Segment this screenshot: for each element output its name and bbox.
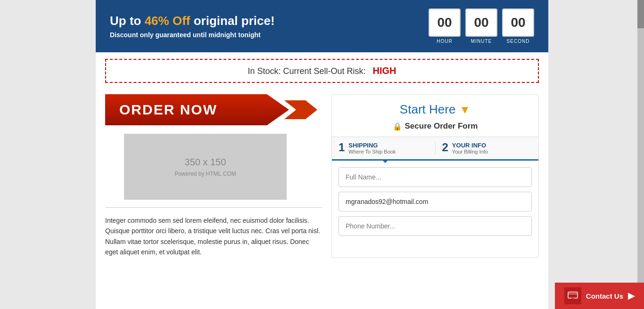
countdown-minutes: 00 MINUTE [465, 8, 497, 44]
start-here-text: Start Here [400, 102, 456, 117]
order-now-button[interactable]: ORDER NOW [105, 94, 289, 125]
headline-suffix: original price! [190, 14, 274, 28]
svg-marker-3 [571, 298, 575, 300]
step-1-info: SHIPPING Where To Ship Book [348, 142, 396, 154]
step-1-title: SHIPPING [348, 142, 396, 149]
hour-label: HOUR [437, 39, 452, 44]
order-form: Start Here ▼ 🔒 Secure Order Form 1 SHIPP… [331, 94, 539, 258]
left-column: ORDER NOW 350 x 150 Powered by HTML.COM … [105, 94, 322, 258]
risk-level: HIGH [373, 65, 396, 76]
order-arrow-icon [284, 96, 317, 124]
minute-label: MINUTE [471, 39, 492, 44]
step-1: 1 SHIPPING Where To Ship Book [339, 142, 429, 154]
banner-text: Up to 46% Off original price! Discount o… [110, 14, 275, 39]
scrollbar[interactable]: ▼ [637, 0, 644, 309]
headline-prefix: Up to [110, 14, 145, 28]
banner-headline: Up to 46% Off original price! [110, 14, 275, 28]
step-1-subtitle: Where To Ship Book [348, 149, 396, 154]
content-divider [105, 207, 322, 208]
phone-input[interactable] [339, 216, 532, 236]
banner-subtext: Discount only guaranteed until midnight … [110, 31, 275, 39]
image-credit: Powered by HTML.COM [174, 171, 236, 177]
main-wrapper: Up to 46% Off original price! Discount o… [96, 0, 548, 309]
step-indicator [381, 159, 389, 163]
svg-rect-1 [568, 292, 578, 298]
second-box: 00 [502, 8, 534, 37]
stock-text-prefix: In Stock: Current Sell-Out Risk: [248, 66, 365, 76]
step-divider [435, 142, 436, 154]
body-text: Integer commodo sem sed lorem eleifend, … [105, 215, 322, 258]
chat-icon [568, 292, 578, 300]
step-2: 2 YOUR INFO Your Billing Info [442, 142, 532, 154]
step-1-number: 1 [339, 142, 345, 153]
steps-row: 1 SHIPPING Where To Ship Book 2 YOUR INF… [332, 137, 538, 161]
email-input[interactable] [339, 192, 532, 211]
contact-us-bar[interactable]: Contact Us ▶ [555, 283, 644, 309]
minute-box: 00 [465, 8, 497, 37]
second-label: SECOND [507, 39, 530, 44]
image-dimensions: 350 x 150 [185, 157, 226, 168]
stock-alert: In Stock: Current Sell-Out Risk: HIGH [105, 59, 539, 83]
contact-us-label: Contact Us [586, 292, 623, 300]
secure-form-title: 🔒 Secure Order Form [332, 122, 538, 137]
start-here-heading: Start Here ▼ [332, 95, 538, 122]
contact-icon-box [564, 287, 581, 304]
step-2-info: YOUR INFO Your Billing Info [452, 142, 488, 154]
form-fields [332, 167, 538, 241]
countdown-timer: 00 HOUR 00 MINUTE 00 SECOND [429, 8, 534, 44]
down-arrow-icon: ▼ [459, 103, 471, 116]
order-section: ORDER NOW [105, 94, 322, 125]
image-placeholder: 350 x 150 Powered by HTML.COM [124, 134, 287, 200]
countdown-hours: 00 HOUR [429, 8, 461, 44]
countdown-seconds: 00 SECOND [502, 8, 534, 44]
hour-box: 00 [429, 8, 461, 37]
full-name-input[interactable] [339, 167, 532, 187]
discount-text: 46% Off [145, 14, 190, 28]
chevron-right-icon: ▶ [628, 291, 635, 301]
lock-icon: 🔒 [393, 122, 402, 131]
banner: Up to 46% Off original price! Discount o… [96, 0, 548, 52]
step-2-subtitle: Your Billing Info [452, 149, 488, 154]
step-2-title: YOUR INFO [452, 142, 488, 149]
svg-marker-0 [284, 100, 317, 119]
content-area: ORDER NOW 350 x 150 Powered by HTML.COM … [96, 89, 548, 267]
secure-title-text: Secure Order Form [405, 122, 478, 131]
step-2-number: 2 [442, 142, 448, 153]
